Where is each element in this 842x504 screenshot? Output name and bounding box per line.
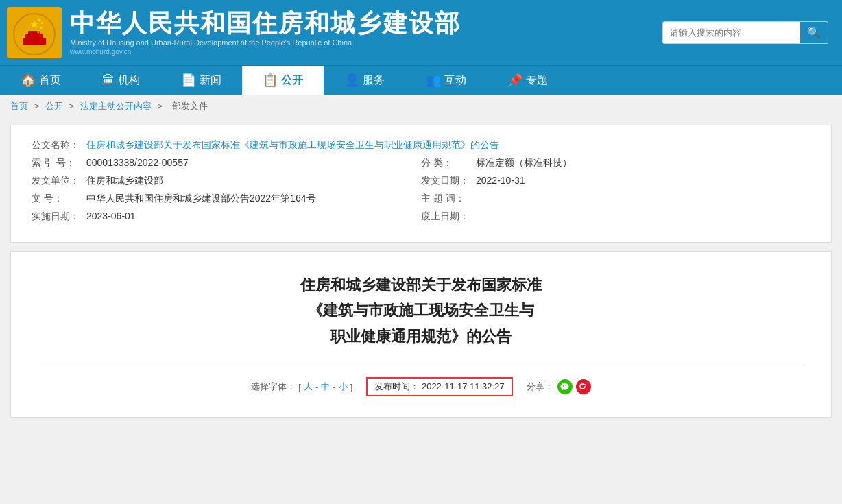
font-sep2: -	[333, 382, 335, 392]
nav-item-interact[interactable]: 👥 互动	[405, 66, 487, 95]
search-button[interactable]: 🔍	[800, 22, 828, 43]
doc-name-value: 住房和城乡建设部关于发布国家标准《建筑与市政施工现场安全卫生与职业健康通用规范》…	[86, 139, 810, 152]
doc-name-label: 公文名称：	[32, 139, 86, 152]
nav-item-home[interactable]: 🏠 首页	[0, 66, 82, 95]
article-divider	[38, 363, 804, 363]
category-row: 分 类： 标准定额（标准科技）	[421, 157, 810, 169]
news-icon: 📄	[181, 73, 196, 88]
subject-row: 主 题 词：	[421, 193, 810, 205]
breadcrumb: 首页 > 公开 > 法定主动公开内容 > 部发文件	[0, 95, 842, 118]
font-bracket-open: [	[298, 382, 301, 392]
issue-date-label: 发文日期：	[421, 175, 476, 187]
index-value: 000013338/2022-00557	[86, 157, 421, 169]
article-card: 住房和城乡建设部关于发布国家标准 《建筑与市政施工现场安全卫生与 职业健康通用规…	[10, 251, 832, 418]
nav-label-open: 公开	[281, 73, 303, 88]
doc-number-row: 文 号： 中华人民共和国住房和城乡建设部公告2022年第164号	[32, 193, 421, 205]
svg-rect-3	[25, 34, 43, 39]
expire-date-row: 废止日期：	[421, 211, 810, 223]
breadcrumb-sep3: >	[157, 101, 165, 111]
article-title: 住房和城乡建设部关于发布国家标准 《建筑与市政施工现场安全卫生与 职业健康通用规…	[38, 272, 804, 349]
breadcrumb-sep1: >	[34, 101, 42, 111]
article-meta: 选择字体： [ 大 - 中 - 小 ] 发布时间： 2022-11-17 11:…	[38, 370, 804, 403]
issuing-unit-value: 住房和城乡建设部	[86, 175, 421, 187]
site-title-cn: 中华人民共和国住房和城乡建设部	[70, 10, 461, 37]
nav-item-org[interactable]: 🏛 机构	[82, 66, 160, 95]
subject-label: 主 题 词：	[421, 193, 476, 205]
index-row: 索 引 号： 000013338/2022-00557	[32, 157, 421, 169]
home-icon: 🏠	[21, 73, 36, 88]
publish-time-box: 发布时间： 2022-11-17 11:32:27	[366, 377, 512, 396]
nav-label-news: 新闻	[200, 73, 221, 88]
breadcrumb-open[interactable]: 公开	[45, 101, 63, 111]
breadcrumb-mandatory[interactable]: 法定主动公开内容	[80, 101, 152, 111]
implement-date-row: 实施日期： 2023-06-01	[32, 211, 421, 223]
header-right: 🔍	[662, 21, 828, 44]
font-small-link[interactable]: 小	[339, 381, 348, 393]
main-nav: 🏠 首页 🏛 机构 📄 新闻 📋 公开 👤 服务 👥 互动 📌 专题	[0, 65, 842, 95]
nav-label-service: 服务	[363, 73, 385, 88]
font-sep1: -	[315, 382, 318, 392]
expire-date-value	[476, 211, 810, 223]
nav-item-open[interactable]: 📋 公开	[242, 66, 324, 95]
issue-date-row: 发文日期： 2022-10-31	[421, 175, 810, 187]
info-two-col: 索 引 号： 000013338/2022-00557 发文单位： 住房和城乡建…	[32, 157, 810, 228]
issuing-unit-label: 发文单位：	[32, 175, 86, 187]
breadcrumb-current: 部发文件	[172, 101, 208, 111]
nav-item-topics[interactable]: 📌 专题	[487, 66, 568, 95]
main-content: 公文名称： 住房和城乡建设部关于发布国家标准《建筑与市政施工现场安全卫生与职业健…	[0, 118, 842, 424]
publish-time-label: 发布时间：	[374, 381, 419, 392]
search-box: 🔍	[662, 21, 828, 44]
share-label: 分享：	[527, 381, 553, 393]
nav-label-org: 机构	[118, 73, 140, 88]
site-url: www.mohurd.gov.cn	[70, 48, 461, 56]
site-title-en: Ministry of Housing and Urban-Rural Deve…	[70, 38, 461, 47]
expire-date-label: 废止日期：	[421, 211, 476, 223]
info-col-right: 分 类： 标准定额（标准科技） 发文日期： 2022-10-31 主 题 词： …	[421, 157, 810, 228]
open-icon: 📋	[263, 73, 278, 88]
font-size-label: 选择字体：	[251, 381, 296, 393]
info-card: 公文名称： 住房和城乡建设部关于发布国家标准《建筑与市政施工现场安全卫生与职业健…	[10, 125, 832, 243]
share-icons	[557, 379, 591, 394]
info-col-left: 索 引 号： 000013338/2022-00557 发文单位： 住房和城乡建…	[32, 157, 421, 228]
implement-date-value: 2023-06-01	[86, 211, 421, 223]
wechat-share-button[interactable]	[557, 379, 573, 394]
category-label: 分 类：	[421, 157, 476, 169]
issuing-unit-row: 发文单位： 住房和城乡建设部	[32, 175, 421, 187]
interact-icon: 👥	[426, 73, 441, 88]
share-section: 分享：	[527, 379, 591, 394]
nav-label-interact: 互动	[444, 73, 466, 88]
national-emblem	[7, 7, 62, 58]
topics-icon: 📌	[507, 73, 522, 88]
font-size-controls: 选择字体： [ 大 - 中 - 小 ]	[251, 381, 352, 393]
nav-label-home: 首页	[39, 73, 61, 88]
nav-label-topics: 专题	[526, 73, 548, 88]
font-large-link[interactable]: 大	[304, 381, 313, 393]
service-icon: 👤	[344, 73, 359, 88]
subject-value	[476, 193, 810, 205]
header-left: 中华人民共和国住房和城乡建设部 Ministry of Housing and …	[7, 7, 461, 58]
nav-item-news[interactable]: 📄 新闻	[160, 66, 242, 95]
doc-name-row: 公文名称： 住房和城乡建设部关于发布国家标准《建筑与市政施工现场安全卫生与职业健…	[32, 139, 810, 152]
implement-date-label: 实施日期：	[32, 211, 86, 223]
org-icon: 🏛	[102, 73, 115, 88]
search-input[interactable]	[663, 23, 800, 42]
breadcrumb-home[interactable]: 首页	[10, 101, 28, 111]
breadcrumb-sep2: >	[69, 101, 76, 111]
font-medium-link[interactable]: 中	[321, 381, 330, 393]
issue-date-value: 2022-10-31	[476, 175, 810, 187]
site-header: 中华人民共和国住房和城乡建设部 Ministry of Housing and …	[0, 0, 842, 65]
nav-item-service[interactable]: 👤 服务	[324, 66, 405, 95]
category-value: 标准定额（标准科技）	[476, 157, 810, 169]
weibo-share-button[interactable]	[576, 379, 591, 394]
doc-number-label: 文 号：	[32, 193, 86, 205]
publish-time-value: 2022-11-17 11:32:27	[422, 381, 505, 392]
font-bracket-close: ]	[350, 382, 353, 392]
doc-number-value: 中华人民共和国住房和城乡建设部公告2022年第164号	[86, 193, 421, 205]
header-title-block: 中华人民共和国住房和城乡建设部 Ministry of Housing and …	[70, 10, 461, 56]
index-label: 索 引 号：	[32, 157, 86, 169]
